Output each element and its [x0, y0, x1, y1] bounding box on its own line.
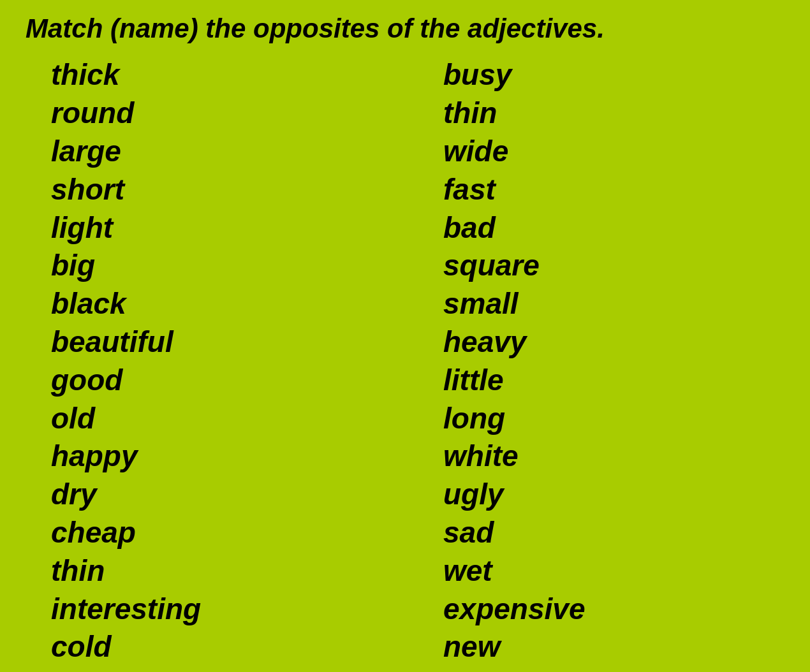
right-word-10: white — [405, 437, 784, 476]
left-word-2: large — [26, 133, 405, 171]
right-word-8: little — [405, 362, 784, 400]
left-word-1: round — [26, 94, 405, 133]
right-column: busythinwidefastbadsquaresmallheavylittl… — [405, 56, 784, 672]
right-word-5: square — [405, 247, 784, 285]
left-word-13: thin — [26, 552, 405, 590]
right-word-7: heavy — [405, 323, 784, 362]
left-word-16: easy — [26, 666, 405, 672]
right-word-11: ugly — [405, 476, 784, 514]
right-word-0: busy — [405, 56, 784, 94]
right-word-9: long — [405, 400, 784, 438]
right-word-14: expensive — [405, 590, 784, 629]
left-word-9: old — [26, 400, 405, 438]
page-title: Match (name) the opposites of the adject… — [26, 13, 784, 45]
right-word-12: sad — [405, 514, 784, 552]
right-word-16: fat — [405, 666, 784, 672]
left-word-10: happy — [26, 437, 405, 476]
left-word-8: good — [26, 362, 405, 400]
left-word-5: big — [26, 247, 405, 285]
left-word-4: light — [26, 209, 405, 247]
left-word-11: dry — [26, 476, 405, 514]
right-word-1: thin — [405, 94, 784, 133]
left-word-14: interesting — [26, 590, 405, 629]
left-word-15: cold — [26, 628, 405, 666]
left-word-12: cheap — [26, 514, 405, 552]
right-word-6: small — [405, 285, 784, 323]
left-word-7: beautiful — [26, 323, 405, 362]
right-word-3: fast — [405, 171, 784, 209]
left-word-6: black — [26, 285, 405, 323]
left-word-0: thick — [26, 56, 405, 94]
right-word-15: new — [405, 628, 784, 666]
right-word-4: bad — [405, 209, 784, 247]
left-word-3: short — [26, 171, 405, 209]
left-column: thickroundlargeshortlightbigblackbeautif… — [26, 56, 405, 672]
right-word-2: wide — [405, 133, 784, 171]
right-word-13: wet — [405, 552, 784, 590]
